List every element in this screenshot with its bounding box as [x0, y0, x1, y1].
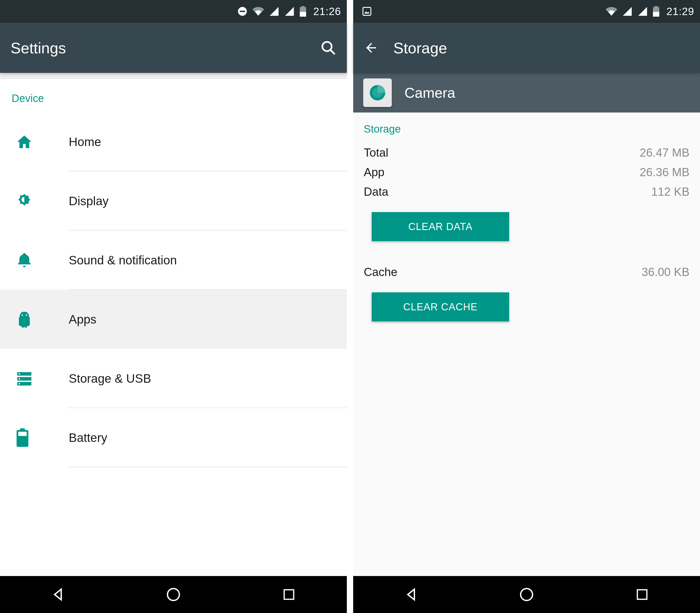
storage-row-label: App: [364, 166, 384, 179]
storage-row-value: 36.00 KB: [641, 265, 689, 279]
settings-list: Home Display Sound & notification: [0, 112, 347, 467]
settings-item-label: Storage & USB: [69, 371, 151, 386]
settings-item-home[interactable]: Home: [0, 112, 347, 171]
svg-rect-24: [654, 6, 658, 8]
battery-icon: [300, 6, 306, 17]
recent-nav-button[interactable]: [273, 579, 305, 610]
recent-nav-button[interactable]: [626, 579, 658, 610]
back-nav-button[interactable]: [395, 579, 427, 610]
right-screenshot: 21:29 Storage Camera Storage Total 26.47…: [353, 0, 700, 613]
wifi-icon: [606, 5, 617, 17]
svg-rect-4: [301, 6, 305, 8]
settings-item-label: Display: [69, 194, 109, 208]
storage-row-value: 26.36 MB: [640, 166, 689, 179]
svg-rect-3: [300, 12, 306, 17]
svg-point-27: [521, 589, 532, 601]
home-nav-button[interactable]: [511, 579, 543, 610]
settings-item-display[interactable]: Display: [0, 171, 347, 231]
storage-row-label: Cache: [364, 265, 397, 279]
signal-icon-2: [637, 6, 648, 17]
svg-rect-28: [637, 590, 647, 599]
screenshot-notification-icon: [361, 6, 372, 17]
page-title: Storage: [393, 39, 447, 57]
wifi-icon: [253, 5, 264, 17]
brightness-icon: [16, 193, 69, 209]
signal-icon: [269, 6, 279, 17]
settings-item-label: Sound & notification: [69, 253, 177, 267]
section-gap: [0, 73, 347, 79]
bell-icon: [16, 252, 69, 269]
status-bar: 21:29: [353, 0, 700, 23]
storage-row-label: Total: [364, 146, 388, 159]
app-bar: Settings: [0, 23, 347, 73]
storage-row-data: Data 112 KB: [364, 182, 689, 201]
signal-icon: [622, 6, 633, 17]
search-button[interactable]: [320, 40, 336, 56]
clock: 21:29: [666, 5, 694, 17]
storage-row-total: Total 26.47 MB: [364, 143, 689, 162]
screenshot-gap: [347, 0, 353, 613]
divider: [69, 467, 347, 467]
app-header: Camera: [353, 73, 700, 113]
battery-icon: [653, 6, 660, 17]
svg-point-19: [167, 589, 179, 601]
svg-rect-17: [20, 428, 25, 431]
svg-rect-1: [240, 11, 245, 12]
settings-item-sound[interactable]: Sound & notification: [0, 231, 347, 290]
signal-icon-2: [284, 6, 295, 17]
navigation-bar: [0, 576, 347, 613]
storage-icon: [16, 370, 69, 387]
page-title: Settings: [11, 39, 66, 57]
home-nav-button[interactable]: [157, 579, 189, 610]
settings-item-storage[interactable]: Storage & USB: [0, 349, 347, 408]
svg-line-6: [330, 50, 334, 54]
svg-rect-23: [653, 12, 659, 17]
home-icon: [16, 133, 69, 150]
settings-item-label: Battery: [69, 430, 107, 445]
storage-row-label: Data: [364, 185, 388, 198]
clear-data-button[interactable]: CLEAR DATA: [372, 212, 509, 241]
storage-content: Storage Total 26.47 MB App 26.36 MB Data…: [353, 113, 700, 576]
svg-point-14: [19, 378, 20, 379]
back-nav-button[interactable]: [42, 579, 74, 610]
settings-content: Device Home Display Sound &: [0, 73, 347, 576]
storage-row-app: App 26.36 MB: [364, 162, 689, 182]
dnd-icon: [237, 6, 248, 17]
navigation-bar: [353, 576, 700, 613]
svg-rect-18: [18, 432, 27, 436]
clock: 21:26: [313, 5, 341, 17]
back-button[interactable]: [364, 40, 379, 55]
settings-item-apps[interactable]: Apps: [0, 290, 347, 349]
status-bar: 21:26: [0, 0, 347, 23]
settings-item-battery[interactable]: Battery: [0, 408, 347, 467]
svg-rect-21: [363, 8, 371, 15]
camera-app-icon: [363, 78, 392, 107]
svg-point-9: [26, 314, 27, 316]
svg-point-8: [22, 314, 23, 316]
svg-rect-20: [284, 590, 294, 599]
battery-menu-icon: [16, 428, 69, 447]
svg-point-13: [19, 373, 20, 375]
left-screenshot: 21:26 Settings Device Home Display: [0, 0, 347, 613]
section-header-storage: Storage: [364, 123, 689, 135]
storage-row-cache: Cache 36.00 KB: [364, 262, 689, 282]
settings-item-label: Apps: [69, 312, 97, 326]
section-header-device: Device: [0, 79, 347, 112]
android-icon: [16, 311, 69, 328]
storage-row-value: 112 KB: [651, 185, 689, 198]
storage-row-value: 26.47 MB: [640, 146, 689, 159]
clear-cache-button[interactable]: CLEAR CACHE: [372, 292, 509, 322]
app-bar: Storage: [353, 23, 700, 73]
settings-item-label: Home: [69, 135, 101, 149]
svg-point-15: [19, 383, 20, 384]
app-name: Camera: [405, 84, 455, 101]
